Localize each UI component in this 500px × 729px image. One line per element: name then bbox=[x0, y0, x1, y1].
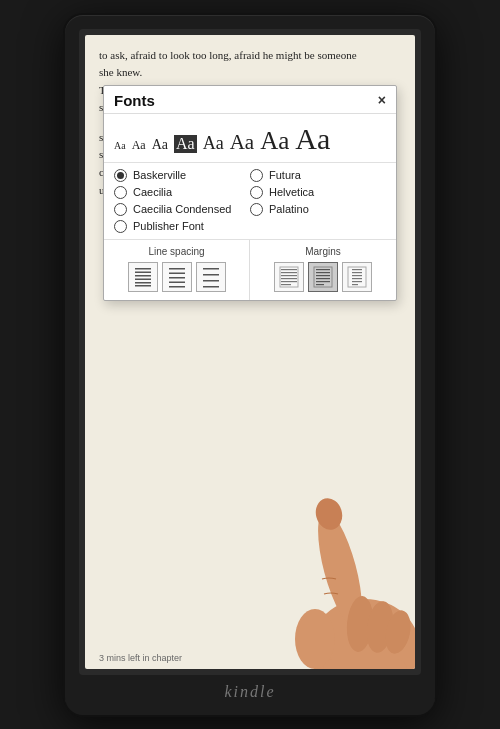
svg-rect-28 bbox=[316, 284, 324, 285]
book-text-line2: she knew. bbox=[99, 66, 142, 78]
margins-medium[interactable] bbox=[308, 262, 338, 292]
svg-rect-35 bbox=[352, 284, 358, 285]
line-spacing-wide-icon bbox=[201, 266, 221, 288]
margins-narrow[interactable] bbox=[274, 262, 304, 292]
svg-rect-3 bbox=[135, 278, 151, 280]
font-label-futura: Futura bbox=[269, 169, 301, 181]
kindle-screen: to ask, afraid to look too long, afraid … bbox=[85, 35, 415, 669]
font-label-baskerville: Baskerville bbox=[133, 169, 186, 181]
radio-helvetica bbox=[250, 186, 263, 199]
radio-futura bbox=[250, 169, 263, 182]
svg-rect-10 bbox=[169, 286, 185, 288]
font-size-sample-4[interactable]: Aa bbox=[174, 135, 197, 153]
radio-caecilia bbox=[114, 186, 127, 199]
margins-medium-icon bbox=[313, 266, 333, 288]
svg-rect-9 bbox=[169, 281, 185, 283]
svg-rect-7 bbox=[169, 272, 185, 274]
dialog-close-button[interactable]: × bbox=[378, 92, 386, 108]
svg-rect-2 bbox=[135, 275, 151, 277]
font-label-publisher: Publisher Font bbox=[133, 220, 204, 232]
kindle-logo: kindle bbox=[224, 683, 275, 701]
font-option-helvetica[interactable]: Helvetica bbox=[250, 186, 386, 199]
svg-rect-27 bbox=[316, 281, 330, 282]
svg-rect-0 bbox=[135, 268, 151, 270]
radio-caecilia-condensed bbox=[114, 203, 127, 216]
margins-wide-icon bbox=[347, 266, 367, 288]
font-label-caecilia-condensed: Caecilia Condensed bbox=[133, 203, 231, 215]
svg-rect-11 bbox=[203, 268, 219, 270]
font-label-helvetica: Helvetica bbox=[269, 186, 314, 198]
line-spacing-section: Line spacing bbox=[104, 240, 250, 300]
book-text-line1: to ask, afraid to look too long, afraid … bbox=[99, 49, 357, 61]
radio-publisher bbox=[114, 220, 127, 233]
radio-baskerville bbox=[114, 169, 127, 182]
font-options-grid: Baskerville Futura Caecilia Helvetica bbox=[104, 163, 396, 240]
svg-rect-23 bbox=[316, 269, 330, 270]
radio-palatino bbox=[250, 203, 263, 216]
svg-rect-34 bbox=[352, 281, 362, 282]
svg-rect-31 bbox=[352, 272, 362, 273]
font-size-sample-8[interactable]: Aa bbox=[295, 122, 330, 156]
svg-rect-26 bbox=[316, 278, 330, 279]
screen-bezel: to ask, afraid to look too long, afraid … bbox=[79, 29, 421, 675]
svg-rect-8 bbox=[169, 277, 185, 279]
font-size-row: Aa Aa Aa Aa Aa Aa Aa Aa bbox=[104, 114, 396, 163]
font-size-sample-3[interactable]: Aa bbox=[152, 137, 168, 153]
svg-rect-6 bbox=[169, 268, 185, 270]
font-size-sample-5[interactable]: Aa bbox=[203, 133, 224, 154]
svg-rect-24 bbox=[316, 272, 330, 273]
font-option-palatino[interactable]: Palatino bbox=[250, 203, 386, 216]
svg-rect-19 bbox=[281, 278, 297, 279]
font-size-sample-7[interactable]: Aa bbox=[260, 127, 289, 155]
svg-rect-14 bbox=[203, 286, 219, 288]
dialog-title: Fonts bbox=[114, 92, 155, 109]
svg-rect-18 bbox=[281, 275, 297, 276]
margins-icons bbox=[258, 262, 388, 292]
font-size-sample-6[interactable]: Aa bbox=[230, 130, 255, 155]
font-option-futura[interactable]: Futura bbox=[250, 169, 386, 182]
dialog-header: Fonts × bbox=[104, 86, 396, 114]
line-spacing-medium[interactable] bbox=[162, 262, 192, 292]
font-label-caecilia: Caecilia bbox=[133, 186, 172, 198]
svg-rect-5 bbox=[135, 285, 151, 287]
svg-rect-32 bbox=[352, 275, 362, 276]
svg-rect-20 bbox=[281, 281, 297, 282]
svg-rect-21 bbox=[281, 284, 291, 285]
svg-rect-13 bbox=[203, 280, 219, 282]
font-size-sample-1[interactable]: Aa bbox=[114, 140, 126, 151]
svg-rect-1 bbox=[135, 271, 151, 273]
svg-rect-12 bbox=[203, 274, 219, 276]
font-option-baskerville[interactable]: Baskerville bbox=[114, 169, 250, 182]
fonts-dialog: Fonts × Aa Aa Aa Aa Aa Aa Aa Aa bbox=[103, 85, 397, 301]
bottom-controls: Line spacing bbox=[104, 240, 396, 300]
svg-rect-16 bbox=[281, 269, 297, 270]
line-spacing-icons bbox=[112, 262, 241, 292]
font-size-sample-2[interactable]: Aa bbox=[132, 138, 146, 153]
font-option-caecilia-condensed[interactable]: Caecilia Condensed bbox=[114, 203, 250, 216]
svg-rect-33 bbox=[352, 278, 362, 279]
svg-rect-30 bbox=[352, 269, 362, 270]
line-spacing-narrow-icon bbox=[133, 266, 153, 288]
svg-rect-4 bbox=[135, 282, 151, 284]
line-spacing-narrow[interactable] bbox=[128, 262, 158, 292]
font-option-publisher[interactable]: Publisher Font bbox=[114, 220, 250, 233]
margins-narrow-icon bbox=[279, 266, 299, 288]
margins-wide[interactable] bbox=[342, 262, 372, 292]
margins-section: Margins bbox=[250, 240, 396, 300]
svg-rect-17 bbox=[281, 272, 297, 273]
svg-rect-25 bbox=[316, 275, 330, 276]
font-option-caecilia[interactable]: Caecilia bbox=[114, 186, 250, 199]
font-label-palatino: Palatino bbox=[269, 203, 309, 215]
line-spacing-wide[interactable] bbox=[196, 262, 226, 292]
margins-label: Margins bbox=[258, 246, 388, 257]
line-spacing-medium-icon bbox=[167, 266, 187, 288]
time-left: 3 mins left in chapter bbox=[85, 651, 415, 669]
kindle-device: to ask, afraid to look too long, afraid … bbox=[65, 15, 435, 715]
line-spacing-label: Line spacing bbox=[112, 246, 241, 257]
